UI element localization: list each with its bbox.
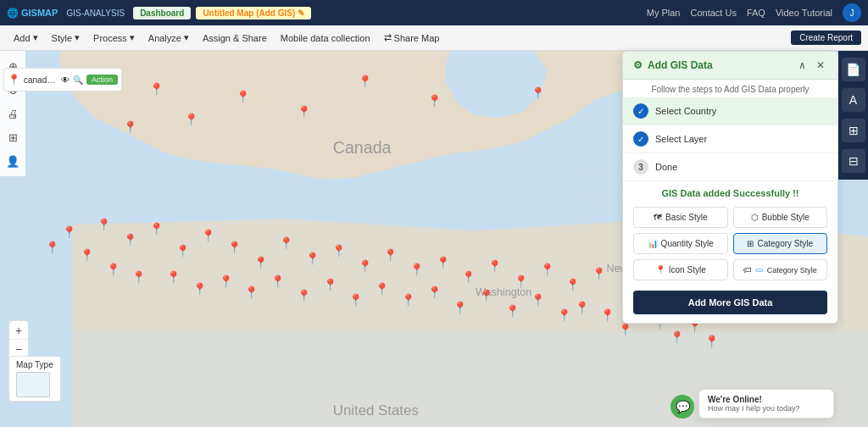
map-pin: 📍 [358, 259, 372, 273]
category-style-label: Category Style [757, 239, 813, 248]
category-style-button[interactable]: ⊞ Category Style [733, 233, 828, 254]
zoom-in-button[interactable]: + [9, 321, 28, 340]
step2-label: Select Layer [655, 134, 707, 144]
main-toolbar: Add ▾ Style ▾ Process ▾ Analyze ▾ Assign… [0, 25, 868, 51]
map-pin: 📍 [436, 256, 450, 269]
chat-title: We're Online! [708, 395, 825, 404]
panel-subtitle: Follow the steps to Add GIS Data properl… [623, 80, 837, 97]
sidebar-document-icon[interactable]: 📄 [842, 58, 865, 81]
add-more-gis-button[interactable]: Add More GIS Data [633, 291, 827, 314]
gis-data-panel: ⚙ Add GIS Data ∧ ✕ Follow the steps to A… [622, 51, 838, 324]
bubble-style-button[interactable]: ⬡ Bubble Style [733, 207, 828, 228]
step-done: 3 Done [623, 153, 837, 181]
quantity-style-icon: 📊 [648, 239, 658, 248]
zoom-controls: + − [8, 320, 29, 359]
layer-search-icon[interactable]: 🔍 [73, 75, 83, 85]
map-pin: 📍 [514, 274, 528, 288]
create-report-button[interactable]: Create Report [791, 30, 861, 45]
dashboard-badge[interactable]: Dashboard [133, 7, 191, 19]
user-avatar[interactable]: J [843, 3, 861, 22]
map-pin: 📍 [201, 229, 215, 242]
quantity-style-button[interactable]: 📊 Quantity Style [633, 233, 728, 254]
measure-button[interactable]: 👤 [3, 151, 23, 171]
map-pin: 📍 [149, 222, 164, 236]
category-style-icon: ⊞ [747, 239, 754, 248]
share-map-button[interactable]: ⇄ Share Map [377, 32, 447, 43]
map-pin: 📍 [297, 289, 311, 302]
sidebar-grid-icon[interactable]: ⊟ [842, 149, 865, 173]
map-pin: 📍 [123, 233, 137, 247]
step-select-layer[interactable]: ✓ Select Layer [623, 125, 837, 153]
panel-minimize-button[interactable]: ∧ [795, 58, 809, 72]
sidebar-table-icon[interactable]: ⊞ [842, 119, 865, 142]
gis-panel-title: ⚙ Add GIS Data [633, 59, 713, 71]
map-pin: 📍 [618, 323, 632, 336]
layer-visibility-icon[interactable]: 👁 [61, 75, 70, 85]
map-pin: 📍 [106, 263, 120, 276]
map-pin: 📍 [227, 241, 242, 254]
map-pin: 📍 [270, 274, 285, 288]
map-pin: 📍 [253, 256, 268, 269]
category-style-2-button[interactable]: 🏷 Category Style [733, 259, 828, 280]
map-pin: 📍 [427, 286, 442, 299]
svg-text:United States: United States [333, 402, 419, 419]
faq-link[interactable]: FAQ [747, 8, 765, 18]
step1-check-icon: ✓ [633, 103, 648, 119]
sidebar-text-icon[interactable]: A [842, 88, 865, 112]
mobile-collection-menu[interactable]: Mobile data collection [274, 25, 377, 51]
map-thumbnail[interactable] [16, 372, 50, 397]
chat-bubble-button[interactable]: 💬 [670, 395, 694, 419]
untitled-map-badge[interactable]: Untitled Map (Add GIS) ✎ [196, 7, 311, 19]
map-pin: 📍 [192, 282, 207, 296]
quantity-style-label: Quantity Style [661, 239, 714, 248]
map-pin: 📍 [348, 293, 363, 307]
map-pin-icon: 📍 [8, 74, 20, 86]
map-pin: 📍 [600, 308, 615, 322]
contact-us-link[interactable]: Contact Us [690, 8, 736, 18]
logo-text: GISMAP [21, 8, 58, 18]
map-pin: 📍 [453, 301, 467, 314]
step3-number: 3 [633, 159, 648, 175]
map-pin: 📍 [505, 304, 520, 318]
my-plan-link[interactable]: My Plan [647, 8, 681, 18]
map-pin: 📍 [427, 94, 442, 108]
map-pin: 📍 [131, 270, 146, 284]
basic-style-icon: 🗺 [654, 213, 662, 222]
map-pin: 📍 [97, 218, 111, 231]
step-select-country[interactable]: ✓ Select Country [623, 97, 837, 125]
action-badge[interactable]: Action [86, 75, 118, 85]
panel-close-button[interactable]: ✕ [814, 58, 827, 72]
nav-right: My Plan Contact Us FAQ Video Tutorial J [647, 3, 861, 22]
success-message: GIS Data added Successfully !! [623, 181, 837, 202]
category-style-2-icon: 🏷 [743, 265, 752, 274]
process-menu[interactable]: Process ▾ [86, 25, 142, 51]
style-menu[interactable]: Style ▾ [45, 25, 86, 51]
video-tutorial-link[interactable]: Video Tutorial [776, 8, 832, 18]
icon-style-button[interactable]: 📍 Icon Style [633, 259, 728, 280]
map-pin: 📍 [375, 282, 389, 296]
add-menu[interactable]: Add ▾ [7, 25, 45, 51]
map-pin: 📍 [184, 113, 198, 126]
category-style-2-label [755, 269, 764, 272]
assign-share-menu[interactable]: Assign & Share [196, 25, 274, 51]
layer-panel: 📍 canada_... 👁 🔍 Action [3, 68, 122, 92]
print-button[interactable]: 🖨 [3, 103, 23, 124]
top-navigation: 🌐 GISMAP GIS-ANALYSIS Dashboard Untitled… [0, 0, 868, 25]
map-pin: 📍 [149, 82, 164, 96]
basic-style-button[interactable]: 🗺 Basic Style [633, 207, 728, 228]
gis-panel-header: ⚙ Add GIS Data ∧ ✕ [623, 52, 837, 80]
map-pin: 📍 [479, 289, 493, 302]
map-pin: 📍 [323, 278, 337, 291]
map-pin: 📍 [331, 244, 346, 258]
map-pin: 📍 [704, 335, 719, 348]
map-pin: 📍 [236, 90, 250, 103]
map-pin: 📍 [219, 274, 233, 288]
step2-check-icon: ✓ [633, 131, 648, 147]
map-pin: 📍 [383, 248, 398, 262]
bubble-style-label: Bubble Style [762, 213, 810, 222]
analyze-menu[interactable]: Analyze ▾ [142, 25, 196, 51]
layers-button[interactable]: ⊞ [3, 127, 23, 147]
map-pin: 📍 [279, 236, 293, 250]
bubble-style-icon: ⬡ [751, 213, 759, 222]
map-type-label: Map Type [16, 360, 53, 369]
